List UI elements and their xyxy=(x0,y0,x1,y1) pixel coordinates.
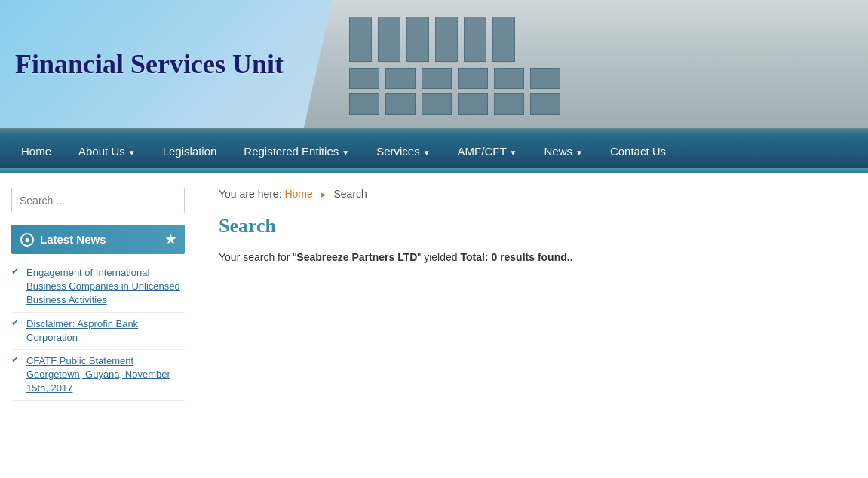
nav-link-registered-entities[interactable]: Registered Entities▼ xyxy=(230,134,363,168)
dropdown-arrow-s: ▼ xyxy=(423,149,431,157)
circle-icon: ● xyxy=(20,233,34,247)
search-input[interactable] xyxy=(11,188,185,213)
nav-link-news[interactable]: News▼ xyxy=(531,134,597,168)
result-suffix: " yielded xyxy=(417,251,460,263)
header-banner: Financial Services Unit xyxy=(0,0,868,128)
nav-link-services[interactable]: Services▼ xyxy=(363,134,443,168)
dropdown-arrow-aml: ▼ xyxy=(510,149,517,157)
breadcrumb-current: Search xyxy=(333,188,367,200)
list-item: Engagement of International Business Com… xyxy=(11,262,185,313)
nav-link-home[interactable]: Home xyxy=(8,134,65,168)
nav-link-about[interactable]: About Us▼ xyxy=(65,134,149,168)
latest-news-header: ● Latest News ★ xyxy=(11,225,185,254)
main-nav: Home About Us▼ Legislation Registered En… xyxy=(0,134,868,168)
search-query: Seabreeze Partners LTD xyxy=(296,251,417,263)
nav-item-news[interactable]: News▼ xyxy=(531,134,597,168)
search-result-text: Your search for "Seabreeze Partners LTD"… xyxy=(219,249,845,265)
nav-link-contact[interactable]: Contact Us xyxy=(597,134,679,168)
nav-item-about[interactable]: About Us▼ xyxy=(65,134,149,168)
building-windows xyxy=(304,0,868,128)
dropdown-arrow: ▼ xyxy=(128,149,136,157)
breadcrumb-prefix: You are here: xyxy=(219,188,284,200)
breadcrumb-home-link[interactable]: Home xyxy=(284,188,312,200)
nav-item-home[interactable]: Home xyxy=(8,134,65,168)
news-link-1[interactable]: Engagement of International Business Com… xyxy=(26,267,180,305)
site-title: Financial Services Unit xyxy=(15,48,284,80)
news-link-2[interactable]: Disclaimer: Asprofin Bank Corporation xyxy=(26,318,138,343)
nav-item-legislation[interactable]: Legislation xyxy=(149,134,231,168)
latest-news-label: Latest News xyxy=(40,233,106,246)
star-icon: ★ xyxy=(165,232,176,247)
nav-item-services[interactable]: Services▼ xyxy=(363,134,443,168)
news-link-3[interactable]: CFATF Public Statement Georgetown, Guyan… xyxy=(26,355,170,394)
dropdown-arrow-re: ▼ xyxy=(342,149,349,157)
search-page-heading: Search xyxy=(219,215,845,237)
breadcrumb: You are here: Home ► Search xyxy=(219,188,845,200)
dropdown-arrow-n: ▼ xyxy=(575,149,583,157)
nav-link-legislation[interactable]: Legislation xyxy=(149,134,231,168)
list-item: CFATF Public Statement Georgetown, Guyan… xyxy=(11,350,185,401)
breadcrumb-arrow: ► xyxy=(319,189,328,200)
result-prefix: Your search for " xyxy=(219,251,296,263)
nav-item-registered-entities[interactable]: Registered Entities▼ xyxy=(230,134,363,168)
nav-link-amfcft[interactable]: AMF/CFT▼ xyxy=(444,134,531,168)
sidebar: ● Latest News ★ Engagement of Internatio… xyxy=(0,188,196,459)
list-item: Disclaimer: Asprofin Bank Corporation xyxy=(11,313,185,350)
main-content: You are here: Home ► Search Search Your … xyxy=(196,188,868,459)
content-wrapper: ● Latest News ★ Engagement of Internatio… xyxy=(0,173,868,474)
result-total: Total: 0 results found.. xyxy=(460,251,572,263)
top-stripe xyxy=(0,128,868,134)
nav-item-amfcft[interactable]: AMF/CFT▼ xyxy=(444,134,531,168)
news-list: Engagement of International Business Com… xyxy=(11,262,185,401)
nav-item-contact[interactable]: Contact Us xyxy=(597,134,679,168)
